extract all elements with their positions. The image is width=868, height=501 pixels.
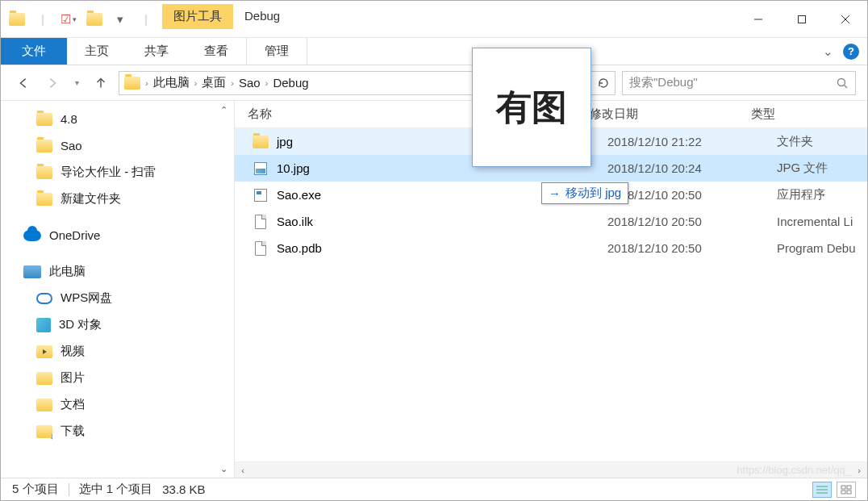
generic-file-icon [255,215,266,229]
maximize-button[interactable] [780,1,824,37]
folder-qat-icon[interactable] [6,8,28,31]
tree-onedrive[interactable]: OneDrive [1,222,234,248]
tree-quick-item[interactable]: 新建文件夹 [1,186,234,212]
view-large-icons-button[interactable] [837,482,856,498]
tree-item-label: 新建文件夹 [61,191,121,207]
svg-rect-9 [841,486,845,489]
scroll-up-icon[interactable]: ⌃ [216,102,231,117]
minimize-button[interactable] [737,1,780,37]
file-type: Incremental Li [777,215,867,228]
ribbon-tabs: 文件 主页 共享 查看 管理 ⌄ ? [1,38,867,65]
file-name: Sao.ilk [277,215,599,228]
hscroll-left-icon[interactable]: ‹ [235,466,251,475]
obj3d-icon [36,318,51,332]
status-bar: 5 个项目 选中 1 个项目 33.8 KB [1,478,867,500]
properties-qat-icon[interactable]: ☑▾ [57,8,80,31]
watermark-text: https://blog.csdn.net/qq_ [737,464,851,476]
quick-access-toolbar: | ☑▾ ▾ | [1,1,162,37]
column-date[interactable]: 修改日期 [590,106,751,122]
search-input[interactable]: 搜索"Debug" [622,71,856,95]
tab-view[interactable]: 查看 [186,38,246,65]
file-date: 2018/12/10 21:22 [607,135,769,148]
view-details-button[interactable] [812,482,832,498]
tree-pc-item[interactable]: 图片 [1,365,234,391]
nav-up-button[interactable] [90,72,112,94]
crumb-sep-icon[interactable]: › [231,78,234,88]
qat-separator: | [31,8,54,31]
svg-rect-10 [847,486,851,489]
tree-item-label: 文档 [61,397,85,412]
scroll-down-icon[interactable]: ⌄ [216,461,231,476]
file-type: JPG 文件 [777,161,867,176]
file-row[interactable]: Sao.pdb2018/12/10 20:50Program Debu [235,235,867,261]
new-folder-qat-icon[interactable] [83,8,106,31]
tab-home[interactable]: 主页 [67,38,127,65]
file-type: Program Debu [777,241,867,255]
tab-file[interactable]: 文件 [1,38,67,65]
status-size: 33.8 KB [162,482,205,496]
column-type[interactable]: 类型 [751,106,867,122]
tree-item-label: 3D 对象 [59,317,102,332]
qat-customize-icon[interactable]: ▾ [109,8,131,31]
tree-thispc[interactable]: 此电脑 [1,258,234,285]
tree-pc-item[interactable]: 视频 [1,338,234,365]
refresh-button[interactable] [591,71,616,95]
close-button[interactable] [824,1,867,37]
crumb-sep-icon[interactable]: › [145,78,148,88]
hscroll-right-icon[interactable]: › [851,466,867,475]
qat-divider: | [135,8,157,31]
status-selection: 选中 1 个项目 [79,482,153,497]
file-row[interactable]: Sao.ilk2018/12/10 20:50Incremental Li [235,208,867,235]
file-date: 2018/12/10 20:50 [607,188,769,202]
tree-item-label: 导论大作业 - 扫雷 [61,165,156,180]
tree-item-label: Sao [61,139,82,152]
content-area: ⌃ 4.8Sao导论大作业 - 扫雷新建文件夹 OneDrive 此电脑 WPS… [1,101,867,478]
help-icon[interactable]: ? [843,44,859,60]
status-separator [69,483,69,496]
crumb-sep-icon[interactable]: › [265,78,269,88]
generic-file-icon [255,241,266,256]
tree-quick-item[interactable]: 导论大作业 - 扫雷 [1,159,234,186]
svg-rect-1 [799,15,806,23]
tree-quick-item[interactable]: Sao [1,132,234,159]
window-title: Debug [233,1,737,37]
crumb-sao[interactable]: Sao [236,74,264,91]
address-bar: ▾ › 此电脑 › 桌面 › Sao › Debug 搜索"Debug" [1,65,867,101]
file-date: 2018/12/10 20:50 [607,215,769,228]
nav-back-button[interactable] [12,72,35,94]
tree-item-label: 图片 [61,370,85,386]
contextual-tab-label: 图片工具 [162,4,233,29]
search-icon [836,77,849,90]
tree-item-label: 4.8 [61,112,77,126]
wps-icon [36,293,52,304]
svg-rect-12 [847,491,851,494]
navigation-pane[interactable]: ⌃ 4.8Sao导论大作业 - 扫雷新建文件夹 OneDrive 此电脑 WPS… [1,101,235,478]
doc-icon [36,399,52,411]
drag-tooltip: → 移动到 jpg [541,182,628,204]
svg-rect-11 [841,491,845,494]
tree-pc-item[interactable]: 3D 对象 [1,311,234,338]
title-bar: | ☑▾ ▾ | 图片工具 Debug [1,1,867,38]
tab-manage[interactable]: 管理 [246,38,307,65]
svg-line-5 [845,85,848,88]
move-arrow-icon: → [549,186,561,200]
crumb-debug[interactable]: Debug [269,74,311,91]
tree-quick-item[interactable]: 4.8 [1,106,234,132]
file-date: 2018/12/10 20:24 [607,161,769,175]
tree-onedrive-label: OneDrive [49,228,100,242]
tree-pc-item[interactable]: 文档 [1,391,234,418]
tab-share[interactable]: 共享 [127,38,186,65]
crumb-sep-icon[interactable]: › [194,78,198,88]
search-placeholder: 搜索"Debug" [629,75,836,90]
ribbon-expand-icon[interactable]: ⌄ [823,44,833,59]
tree-item-label: 视频 [61,344,85,359]
nav-recent-dropdown[interactable]: ▾ [70,72,83,94]
window-controls [737,1,867,37]
crumb-desktop[interactable]: 桌面 [198,73,229,92]
nav-forward-button[interactable] [41,72,64,94]
tree-pc-item[interactable]: WPS网盘 [1,285,234,311]
file-name: Sao.pdb [277,241,599,255]
svg-point-4 [838,78,845,86]
crumb-thispc[interactable]: 此电脑 [150,73,193,92]
tree-pc-item[interactable]: 下载 [1,418,234,445]
